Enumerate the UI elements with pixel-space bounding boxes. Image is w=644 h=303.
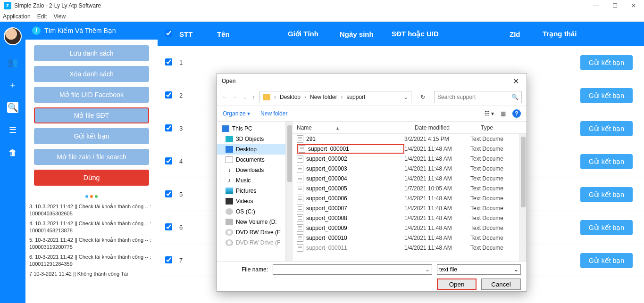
filename-input[interactable] (273, 266, 423, 273)
send-friend-row-button[interactable]: Gửi kết bạn (580, 187, 633, 202)
open-uid-file-button[interactable]: Mở file UID Facebook (34, 87, 149, 103)
plus-icon[interactable]: ＋ (7, 79, 18, 90)
ico-vol-icon (226, 219, 233, 225)
send-friend-row-button[interactable]: Gửi kết bạn (580, 220, 633, 235)
avatar[interactable] (4, 27, 22, 45)
menu-view[interactable]: View (53, 13, 66, 20)
tree-item[interactable]: New Volume (D: (217, 217, 285, 227)
file-name: 291 (306, 136, 316, 142)
file-type: Text Docume (470, 215, 516, 221)
help-icon[interactable]: ? (512, 109, 521, 118)
col-name[interactable]: Name (297, 124, 312, 131)
loading-spinner (25, 191, 158, 201)
nav-forward-icon[interactable]: → (232, 94, 238, 100)
file-row[interactable]: support_000008 1/4/2021 11:48 AM Text Do… (293, 213, 519, 223)
cancel-button[interactable]: Cancel (481, 278, 521, 290)
file-row[interactable]: support_000001 1/4/2021 11:48 AM Text Do… (293, 144, 519, 154)
row-checkbox[interactable] (165, 157, 172, 164)
layers-icon[interactable]: ☰ (7, 124, 18, 136)
file-row[interactable]: support_000010 1/4/2021 11:48 AM Text Do… (293, 233, 519, 243)
col-date-modified[interactable]: Date modified (415, 124, 481, 131)
file-row[interactable]: support_000004 1/4/2021 11:48 AM Text Do… (293, 173, 519, 183)
tree-scrollbar[interactable] (286, 122, 293, 261)
people-icon[interactable]: 👥 (7, 57, 18, 68)
send-friend-row-button[interactable]: Gửi kết bạn (580, 121, 633, 136)
search-box[interactable]: 🔍 (434, 91, 522, 103)
row-checkbox[interactable] (165, 58, 172, 66)
row-checkbox[interactable] (165, 91, 172, 98)
tree-item[interactable]: This PC (217, 123, 285, 134)
organize-button[interactable]: Organize ▾ (223, 110, 250, 117)
crumb[interactable]: support (346, 94, 365, 100)
minimize-button[interactable]: ― (589, 2, 602, 9)
col-ten: Tên (217, 30, 288, 38)
address-bar[interactable]: › Desktop › New folder › support ⌄ (259, 91, 411, 103)
file-row[interactable]: support_000009 1/4/2021 11:48 AM Text Do… (293, 223, 519, 233)
row-checkbox[interactable] (165, 256, 172, 263)
crumb[interactable]: New folder (310, 94, 337, 100)
refresh-icon[interactable]: ↻ (416, 94, 429, 100)
nav-recent-icon[interactable]: ⌄ (243, 94, 247, 100)
textfile-icon (297, 135, 303, 143)
maximize-button[interactable]: ☐ (608, 2, 621, 9)
ico-doc-icon (226, 156, 233, 163)
file-row[interactable]: support_000007 1/4/2021 11:48 AM Text Do… (293, 203, 519, 213)
textfile-icon (297, 214, 303, 222)
row-checkbox[interactable] (165, 190, 172, 197)
row-checkbox[interactable] (165, 124, 172, 131)
file-row[interactable]: support_000003 1/4/2021 11:48 AM Text Do… (293, 164, 519, 173)
new-folder-button[interactable]: New folder (260, 110, 287, 117)
tree-item[interactable]: OS (C:) (217, 206, 285, 217)
file-row[interactable]: support_000002 1/4/2021 11:48 AM Text Do… (293, 154, 519, 164)
tree-item[interactable]: 3D Objects (217, 134, 285, 144)
tree-item[interactable]: DVD RW Drive (F (217, 237, 285, 248)
filetype-select[interactable]: text file⌄ (437, 264, 521, 275)
file-row[interactable]: support_000006 1/4/2021 11:48 AM Text Do… (293, 193, 519, 203)
crumb[interactable]: Desktop (280, 94, 301, 100)
file-row[interactable]: support_000011 1/4/2021 11:48 AM Text Do… (293, 243, 519, 253)
nav-back-icon[interactable]: ← (222, 94, 227, 100)
send-friend-row-button[interactable]: Gửi kết bạn (580, 253, 633, 268)
tree-item[interactable]: ♪Music (217, 175, 285, 186)
search-icon[interactable]: 🔍 (7, 102, 18, 113)
select-all-checkbox[interactable] (165, 30, 172, 37)
tree-item[interactable]: Videos (217, 196, 285, 206)
filename-dropdown-icon[interactable]: ⌄ (423, 266, 432, 273)
close-button[interactable]: ✕ (627, 2, 640, 9)
open-zalo-file-button[interactable]: Mở file zalo / file search (34, 149, 149, 165)
send-friend-row-button[interactable]: Gửi kết bạn (580, 154, 633, 169)
tree-item[interactable]: Documents (217, 155, 285, 165)
search-input[interactable] (437, 94, 511, 100)
file-row[interactable]: 291 3/2/2021 4:15 PM Text Docume (293, 134, 519, 144)
clear-list-button[interactable]: Xóa danh sách (34, 66, 149, 82)
tree-item[interactable]: ↓Downloads (217, 165, 285, 175)
open-button[interactable]: Open (437, 278, 477, 290)
tree-item[interactable]: DVD RW Drive (E (217, 227, 285, 237)
textfile-icon (297, 234, 303, 242)
tree-item[interactable]: Desktop (217, 144, 285, 155)
dialog-close-button[interactable]: ✕ (510, 77, 522, 86)
col-type[interactable]: Type (481, 124, 523, 131)
filelist-scrollbar[interactable] (519, 134, 527, 261)
log-item: 4. 10-3-2021 11:42 || Check tài khoản th… (29, 220, 154, 234)
menu-edit[interactable]: Edit (37, 13, 47, 20)
tree-item[interactable]: Pictures (217, 186, 285, 196)
textfile-icon (297, 185, 303, 192)
ico-3d-icon (226, 136, 233, 142)
row-checkbox[interactable] (165, 223, 172, 230)
view-mode-icon[interactable]: ☷ ▾ (485, 110, 494, 117)
file-name: support_000006 (306, 195, 347, 202)
menu-application[interactable]: Application (3, 13, 31, 20)
send-friend-row-button[interactable]: Gửi kết bạn (580, 55, 633, 70)
save-list-button[interactable]: Lưu danh sách (34, 45, 149, 61)
address-dropdown-icon[interactable]: ⌄ (403, 94, 408, 100)
send-friend-button[interactable]: Gửi kết bạn (34, 128, 149, 144)
stop-button[interactable]: Dừng (34, 170, 149, 186)
file-row[interactable]: support_000005 1/7/2021 10:05 AM Text Do… (293, 183, 519, 193)
tree-item-label: Music (236, 177, 251, 184)
trash-icon[interactable]: 🗑 (7, 147, 18, 158)
nav-up-icon[interactable]: ↑ (252, 94, 255, 100)
open-phone-file-button[interactable]: Mở file SĐT (34, 107, 149, 123)
send-friend-row-button[interactable]: Gửi kết bạn (580, 88, 633, 103)
preview-pane-icon[interactable]: ▥ (501, 110, 506, 117)
